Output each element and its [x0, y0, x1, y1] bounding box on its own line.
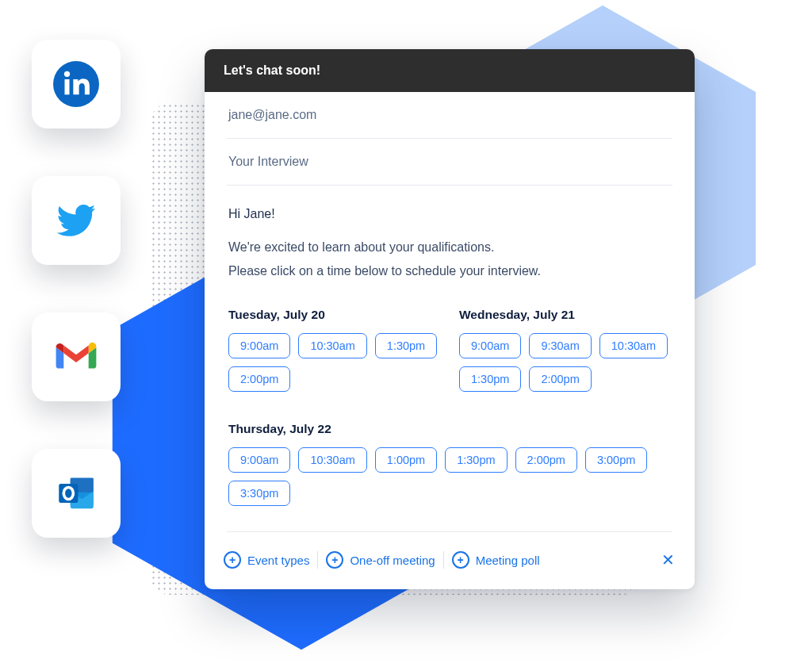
email-greeting: Hi Jane!	[228, 205, 671, 224]
svg-rect-3	[65, 79, 70, 94]
footer-action[interactable]: +One-off meeting	[323, 546, 438, 573]
time-slot-button[interactable]: 2:00pm	[228, 366, 290, 392]
time-slot-button[interactable]: 2:00pm	[529, 366, 591, 392]
email-subject: Your Interview	[228, 155, 308, 168]
integration-app-tiles	[32, 40, 121, 538]
time-slot-button[interactable]: 9:00am	[459, 333, 521, 358]
availability-day: Tuesday, July 209:00am10:30am1:30pm2:00p…	[228, 308, 440, 392]
availability-day-label: Tuesday, July 20	[228, 308, 440, 322]
time-slot-button[interactable]: 1:00pm	[375, 447, 437, 473]
footer-action[interactable]: +Meeting poll	[449, 546, 543, 573]
email-header: Let's chat soon!	[205, 49, 695, 92]
email-compose-card: Let's chat soon! jane@jane.com Your Inte…	[205, 49, 695, 589]
footer-action-label: Meeting poll	[476, 554, 540, 567]
plus-circle-icon: +	[452, 551, 469, 569]
time-slot-group: 9:00am10:30am1:00pm1:30pm2:00pm3:00pm3:3…	[228, 447, 671, 506]
availability-grid: Tuesday, July 209:00am10:30am1:30pm2:00p…	[227, 287, 672, 511]
gmail-icon	[53, 334, 99, 380]
email-subject-row[interactable]: Your Interview	[227, 139, 672, 186]
svg-point-4	[64, 71, 70, 77]
twitter-icon	[53, 197, 99, 243]
footer-action-label: One-off meeting	[350, 554, 435, 567]
compose-footer: +Event types+One-off meeting+Meeting pol…	[205, 532, 695, 589]
outlook-icon	[53, 470, 99, 516]
footer-action[interactable]: +Event types	[220, 546, 312, 573]
availability-day: Wednesday, July 219:00am9:30am10:30am1:3…	[459, 308, 671, 392]
linkedin-icon	[53, 61, 99, 107]
footer-action-label: Event types	[247, 554, 309, 567]
availability-day-label: Wednesday, July 21	[459, 308, 671, 322]
outlook-tile[interactable]	[32, 449, 121, 538]
email-recipient: jane@jane.com	[228, 108, 316, 121]
plus-circle-icon: +	[224, 551, 241, 569]
email-header-title: Let's chat soon!	[224, 63, 320, 77]
availability-day-label: Thursday, July 22	[228, 422, 671, 436]
time-slot-button[interactable]: 1:30pm	[445, 447, 507, 473]
time-slot-button[interactable]: 9:00am	[228, 447, 290, 473]
time-slot-button[interactable]: 9:30am	[529, 333, 591, 358]
vertical-divider	[443, 551, 444, 569]
time-slot-button[interactable]: 1:30pm	[459, 366, 521, 392]
close-icon: ✕	[661, 550, 675, 569]
time-slot-button[interactable]: 1:30pm	[375, 333, 437, 358]
time-slot-button[interactable]: 10:30am	[298, 447, 366, 473]
time-slot-button[interactable]: 2:00pm	[515, 447, 577, 473]
time-slot-button[interactable]: 10:30am	[599, 333, 668, 358]
gmail-tile[interactable]	[32, 312, 121, 401]
plus-circle-icon: +	[326, 551, 343, 569]
time-slot-button[interactable]: 3:00pm	[585, 447, 647, 473]
email-body-line-1: We're excited to learn about your qualif…	[228, 238, 671, 257]
availability-day: Thursday, July 229:00am10:30am1:00pm1:30…	[228, 414, 671, 506]
linkedin-tile[interactable]	[32, 40, 121, 128]
time-slot-button[interactable]: 9:00am	[228, 333, 290, 358]
email-body: Hi Jane! We're excited to learn about yo…	[227, 186, 672, 287]
twitter-tile[interactable]	[32, 176, 121, 265]
time-slot-button[interactable]: 10:30am	[298, 333, 366, 358]
close-button[interactable]: ✕	[657, 549, 679, 571]
time-slot-group: 9:00am10:30am1:30pm2:00pm	[228, 333, 440, 392]
email-recipient-row[interactable]: jane@jane.com	[227, 92, 672, 139]
vertical-divider	[317, 551, 318, 569]
time-slot-group: 9:00am9:30am10:30am1:30pm2:00pm	[459, 333, 671, 392]
email-body-line-2: Please click on a time below to schedule…	[228, 262, 671, 281]
time-slot-button[interactable]: 3:30pm	[228, 481, 290, 506]
